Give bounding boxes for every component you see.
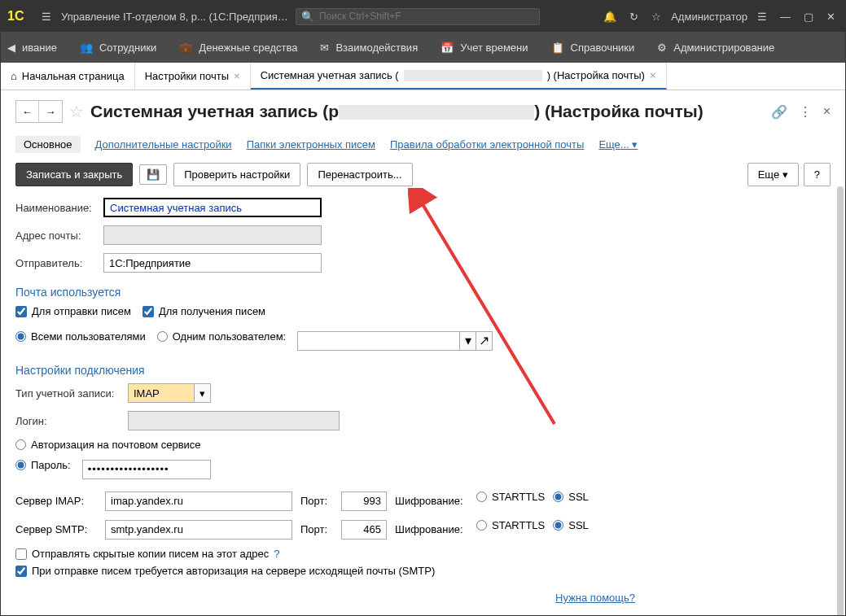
close-page-icon[interactable]: × — [823, 104, 831, 119]
sender-input[interactable] — [103, 253, 322, 273]
smtp-server-input[interactable] — [105, 520, 292, 540]
section-time[interactable]: 📅Учет времени — [429, 32, 539, 63]
section-catalogs[interactable]: 📋Справочники — [540, 32, 647, 63]
receive-checkbox[interactable] — [142, 306, 154, 317]
password-radio-row[interactable]: Пароль: — [15, 459, 71, 471]
imap-port-input[interactable] — [341, 491, 387, 511]
people-icon: 👥 — [80, 42, 93, 54]
one-user-select[interactable]: ▾ ↗ — [297, 331, 493, 351]
help-icon[interactable]: ? — [274, 548, 279, 560]
login-input[interactable] — [128, 411, 340, 430]
bell-icon[interactable]: 🔔 — [600, 7, 620, 26]
book-icon: 📋 — [551, 42, 564, 54]
link-icon[interactable]: 🔗 — [771, 104, 787, 120]
all-users-radio[interactable] — [15, 331, 26, 342]
maximize-icon[interactable]: ▢ — [800, 7, 817, 26]
dropdown-icon[interactable]: ▾ — [195, 383, 211, 403]
section-interactions[interactable]: ✉Взаимодействия — [309, 32, 429, 63]
conn-title: Настройки подключения — [15, 364, 831, 377]
password-input[interactable] — [82, 460, 211, 479]
tabs-bar: ⌂Начальная страница Настройки почты× Сис… — [1, 63, 845, 90]
password-radio[interactable] — [15, 460, 26, 470]
scrollbar[interactable] — [837, 186, 844, 615]
smtp-ssl-radio[interactable] — [553, 520, 563, 531]
subnav-additional[interactable]: Дополнительные настройки — [95, 138, 232, 151]
money-icon: 💼 — [179, 42, 192, 54]
one-user-input[interactable] — [297, 331, 460, 351]
menu-icon[interactable]: ☰ — [38, 7, 55, 26]
email-label: Адрес почты: — [15, 229, 97, 242]
bcc-checkbox-row[interactable]: Отправлять скрытые копии писем на этот а… — [15, 548, 831, 560]
history-nav: ← → — [15, 100, 63, 123]
need-help-link[interactable]: Нужна помощь? — [555, 592, 635, 604]
auth-service-radio[interactable] — [15, 439, 26, 450]
acct-type-select[interactable]: ▾ — [128, 383, 211, 403]
subnav-rules[interactable]: Правила обработки электронной почты — [390, 138, 584, 151]
smtp-starttls-radio[interactable] — [476, 520, 487, 531]
tab-system-account[interactable]: Системная учетная запись () (Настройка п… — [251, 63, 667, 90]
close-icon[interactable]: × — [234, 70, 240, 82]
back-button[interactable]: ← — [16, 101, 39, 122]
redacted — [404, 70, 542, 81]
section-admin[interactable]: ⚙Администрирование — [646, 32, 786, 63]
sender-label: Отправитель: — [15, 257, 97, 269]
help-button[interactable]: ? — [804, 163, 831, 186]
history-icon[interactable]: ↻ — [626, 7, 642, 26]
section-prev-icon[interactable]: ◀ — [1, 42, 22, 54]
open-icon[interactable]: ↗ — [476, 331, 493, 351]
smtp-port-input[interactable] — [341, 520, 387, 540]
scrollbar-thumb[interactable] — [837, 186, 844, 615]
dropdown-icon[interactable]: ▾ — [460, 331, 476, 351]
star-icon[interactable]: ☆ — [648, 7, 664, 26]
send-checkbox-row[interactable]: Для отправки писем — [15, 305, 131, 317]
smtp-auth-checkbox-row[interactable]: При отправке писем требуется авторизация… — [15, 565, 831, 577]
search-input[interactable] — [319, 11, 534, 22]
section-employees[interactable]: 👥Сотрудники — [68, 32, 168, 63]
subnav-main[interactable]: Основное — [15, 136, 81, 153]
section-money[interactable]: 💼Денежные средства — [168, 32, 309, 63]
name-label: Наименование: — [15, 202, 97, 214]
all-users-radio-row[interactable]: Всеми пользователями — [15, 330, 146, 343]
tab-home[interactable]: ⌂Начальная страница — [1, 63, 135, 90]
search-icon: 🔍 — [301, 11, 314, 23]
imap-ssl-radio[interactable] — [553, 491, 563, 502]
send-checkbox[interactable] — [15, 306, 27, 317]
one-user-radio-row[interactable]: Одним пользователем: — [157, 330, 286, 343]
page-title: Системная учетная запись (р) (Настройка … — [90, 102, 704, 121]
acct-type-input[interactable] — [128, 383, 195, 403]
tab-mail-settings[interactable]: Настройки почты× — [135, 63, 251, 90]
subnav-folders[interactable]: Папки электронных писем — [247, 138, 375, 151]
more-button[interactable]: Еще ▾ — [747, 163, 799, 186]
app-title: Управление IT-отделом 8, р... (1С:Предпр… — [61, 11, 289, 23]
close-icon[interactable]: ✕ — [823, 7, 839, 26]
forward-button[interactable]: → — [39, 101, 62, 122]
more-icon[interactable]: ⋮ — [799, 104, 812, 120]
save-button[interactable]: 💾 — [139, 164, 167, 185]
enc-label: Шифрование: — [395, 495, 468, 507]
one-user-radio[interactable] — [157, 331, 168, 342]
gear-icon: ⚙ — [657, 42, 667, 54]
favorite-icon[interactable]: ☆ — [69, 102, 84, 121]
close-icon[interactable]: × — [650, 69, 656, 81]
auth-service-radio-row[interactable]: Авторизация на почтовом сервисе — [15, 439, 831, 451]
bcc-checkbox[interactable] — [15, 548, 27, 560]
subnav-more[interactable]: Еще... ▾ — [598, 138, 638, 151]
settings-icon[interactable]: ☰ — [754, 7, 770, 26]
toolbar: Записать и закрыть 💾 Проверить настройки… — [15, 163, 831, 186]
save-close-button[interactable]: Записать и закрыть — [15, 163, 133, 186]
minimize-icon[interactable]: — — [777, 7, 794, 26]
acct-type-label: Тип учетной записи: — [15, 387, 121, 400]
email-input[interactable] — [103, 225, 322, 245]
user-name[interactable]: Администратор — [671, 11, 747, 23]
imap-server-input[interactable] — [105, 491, 292, 511]
global-search[interactable]: 🔍 — [296, 8, 540, 25]
imap-starttls-radio[interactable] — [476, 491, 487, 502]
receive-checkbox-row[interactable]: Для получения писем — [142, 305, 265, 317]
sub-nav: Основное Дополнительные настройки Папки … — [15, 136, 831, 153]
check-settings-button[interactable]: Проверить настройки — [173, 163, 300, 186]
port-label: Порт: — [300, 495, 333, 507]
smtp-auth-checkbox[interactable] — [15, 566, 27, 577]
section-truncated[interactable]: ивание — [22, 42, 68, 54]
reconfigure-button[interactable]: Перенастроить... — [307, 163, 412, 186]
name-input[interactable] — [103, 198, 322, 217]
